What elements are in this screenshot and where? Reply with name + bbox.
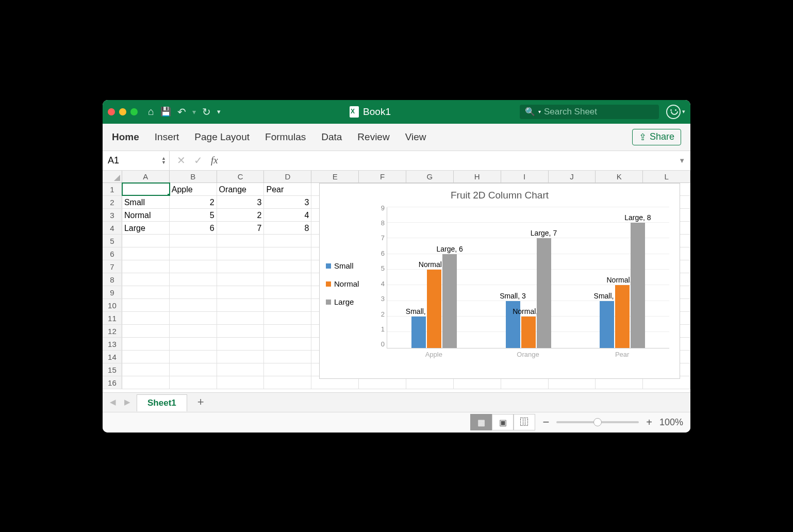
customize-qat-icon[interactable]: ▾ (217, 108, 221, 115)
search-sheet-box[interactable]: 🔍▾ (520, 105, 659, 119)
row-header-15[interactable]: 15 (103, 363, 122, 376)
cell-C9[interactable] (217, 286, 265, 298)
col-header-K[interactable]: K (596, 171, 643, 182)
cell-C4[interactable]: 7 (217, 222, 265, 234)
tab-review[interactable]: Review (357, 131, 389, 143)
zoom-in-button[interactable]: + (646, 417, 652, 428)
cell-A2[interactable]: Small (122, 196, 170, 208)
col-header-F[interactable]: F (359, 171, 406, 182)
search-input[interactable] (544, 107, 654, 117)
cell-C7[interactable] (217, 260, 265, 273)
cell-A16[interactable] (122, 376, 170, 389)
cell-B3[interactable]: 5 (170, 209, 217, 221)
home-icon[interactable]: ⌂ (148, 106, 154, 118)
cell-D2[interactable]: 3 (264, 196, 311, 208)
row-header-8[interactable]: 8 (103, 273, 122, 286)
cell-D15[interactable] (264, 363, 311, 376)
tab-insert[interactable]: Insert (155, 131, 179, 143)
col-header-A[interactable]: A (122, 171, 170, 182)
cell-A8[interactable] (122, 273, 170, 286)
bar-Pear-Small[interactable] (600, 301, 614, 348)
cell-B5[interactable] (170, 235, 217, 247)
fx-icon[interactable]: fx (211, 155, 218, 166)
cell-C3[interactable]: 2 (217, 209, 265, 221)
cell-A15[interactable] (122, 363, 170, 376)
cell-B8[interactable] (170, 273, 217, 286)
row-header-9[interactable]: 9 (103, 286, 122, 298)
bar-Pear-Large[interactable] (631, 223, 645, 348)
col-header-E[interactable]: E (311, 171, 359, 182)
cell-D13[interactable] (264, 338, 311, 350)
cell-B10[interactable] (170, 299, 217, 311)
row-header-10[interactable]: 10 (103, 299, 122, 311)
cell-D12[interactable] (264, 325, 311, 337)
cell-C11[interactable] (217, 312, 265, 324)
feedback-icon[interactable] (666, 105, 681, 119)
cell-C10[interactable] (217, 299, 265, 311)
row-header-5[interactable]: 5 (103, 235, 122, 247)
col-header-D[interactable]: D (264, 171, 311, 182)
cell-D6[interactable] (264, 247, 311, 260)
col-header-J[interactable]: J (549, 171, 596, 182)
cell-B11[interactable] (170, 312, 217, 324)
cell-C15[interactable] (217, 363, 265, 376)
cell-A7[interactable] (122, 260, 170, 273)
cell-A9[interactable] (122, 286, 170, 298)
bar-Apple-Large[interactable] (442, 254, 457, 348)
bar-Orange-Large[interactable] (537, 238, 551, 347)
row-header-11[interactable]: 11 (103, 312, 122, 324)
tab-formulas[interactable]: Formulas (265, 131, 306, 143)
row-header-12[interactable]: 12 (103, 325, 122, 337)
cell-C16[interactable] (217, 376, 265, 389)
cell-D8[interactable] (264, 273, 311, 286)
cell-D7[interactable] (264, 260, 311, 273)
cell-C8[interactable] (217, 273, 265, 286)
cell-B4[interactable]: 6 (170, 222, 217, 234)
cell-B9[interactable] (170, 286, 217, 298)
legend-item-small[interactable]: Small (326, 261, 372, 270)
sheet-nav-prev-icon[interactable]: ◀ (108, 397, 118, 407)
zoom-slider-thumb[interactable] (593, 418, 602, 426)
cell-B14[interactable] (170, 351, 217, 363)
row-header-3[interactable]: 3 (103, 209, 122, 221)
select-all-corner[interactable] (103, 171, 122, 182)
cell-B6[interactable] (170, 247, 217, 260)
bar-Apple-Normal[interactable] (427, 270, 441, 348)
cell-A1[interactable] (122, 183, 170, 195)
zoom-slider[interactable] (556, 421, 639, 423)
view-page-layout-icon[interactable]: ▣ (492, 414, 514, 430)
name-box[interactable]: A1 ▲▼ (103, 151, 170, 170)
cell-C12[interactable] (217, 325, 265, 337)
cell-B7[interactable] (170, 260, 217, 273)
cell-A13[interactable] (122, 338, 170, 350)
cell-D1[interactable]: Pear (264, 183, 311, 195)
zoom-level[interactable]: 100% (659, 417, 683, 428)
maximize-window[interactable] (130, 108, 138, 115)
cell-D16[interactable] (264, 376, 311, 389)
tab-data[interactable]: Data (321, 131, 342, 143)
cell-A6[interactable] (122, 247, 170, 260)
col-header-B[interactable]: B (170, 171, 217, 182)
cell-A11[interactable] (122, 312, 170, 324)
cell-C6[interactable] (217, 247, 265, 260)
row-header-14[interactable]: 14 (103, 351, 122, 363)
col-header-H[interactable]: H (454, 171, 501, 182)
row-header-4[interactable]: 4 (103, 222, 122, 234)
col-header-G[interactable]: G (406, 171, 454, 182)
col-header-L[interactable]: L (643, 171, 690, 182)
cell-B16[interactable] (170, 376, 217, 389)
feedback-chevron-icon[interactable]: ▾ (682, 108, 685, 115)
cell-D14[interactable] (264, 351, 311, 363)
cell-D9[interactable] (264, 286, 311, 298)
cancel-formula-icon[interactable]: ✕ (177, 154, 186, 167)
embedded-chart[interactable]: Fruit 2D Column Chart SmallNormalLarge 9… (319, 183, 680, 379)
sheet-nav-next-icon[interactable]: ▶ (122, 397, 133, 407)
cell-C5[interactable] (217, 235, 265, 247)
undo-icon[interactable]: ↶ (177, 106, 186, 118)
row-header-6[interactable]: 6 (103, 247, 122, 260)
legend-item-normal[interactable]: Normal (326, 279, 372, 288)
name-box-stepper-icon[interactable]: ▲▼ (161, 156, 166, 164)
bar-Orange-Normal[interactable] (521, 317, 536, 348)
minimize-window[interactable] (119, 108, 126, 115)
cell-B13[interactable] (170, 338, 217, 350)
